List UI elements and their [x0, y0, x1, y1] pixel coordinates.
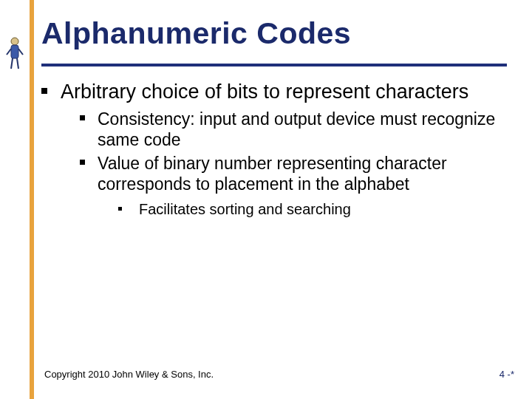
square-bullet-icon	[41, 88, 47, 94]
svg-line-3	[18, 49, 23, 55]
decorative-figure-icon	[4, 35, 25, 71]
square-bullet-icon	[80, 160, 85, 165]
bullet-text: Consistency: input and output device mus…	[98, 109, 495, 149]
square-bullet-icon	[118, 207, 122, 211]
slide-title: Alphanumeric Codes	[41, 16, 351, 51]
bullet-level1: Arbitrary choice of bits to represent ch…	[41, 80, 507, 219]
copyright-footer: Copyright 2010 John Wiley & Sons, Inc.	[44, 369, 214, 380]
square-bullet-icon	[80, 115, 85, 120]
svg-line-5	[17, 58, 18, 69]
accent-vertical-rule	[30, 0, 34, 399]
bullet-level2: Value of binary number representing char…	[80, 153, 507, 219]
svg-line-4	[11, 58, 13, 69]
title-underline	[41, 64, 507, 66]
bullet-text: Facilitates sorting and searching	[139, 201, 351, 217]
slide-body: Arbitrary choice of bits to represent ch…	[41, 80, 507, 229]
bullet-level2: Consistency: input and output device mus…	[80, 109, 507, 150]
bullet-text: Value of binary number representing char…	[98, 154, 447, 194]
bullet-text: Arbitrary choice of bits to represent ch…	[61, 81, 468, 103]
bullet-level3: Facilitates sorting and searching	[118, 200, 507, 219]
svg-line-2	[7, 49, 11, 55]
svg-point-0	[11, 38, 18, 45]
slide-number: 4 -*	[499, 369, 514, 380]
svg-rect-1	[11, 45, 18, 58]
